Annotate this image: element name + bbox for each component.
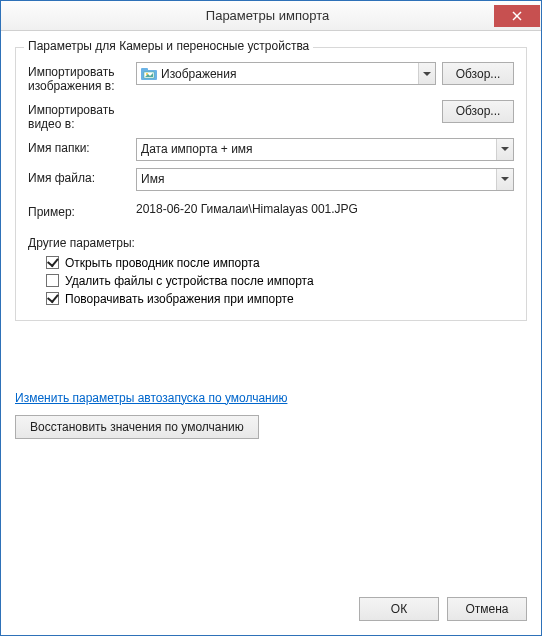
close-button[interactable] (494, 5, 540, 27)
ok-button[interactable]: ОК (359, 597, 439, 621)
label-file-name: Имя файла: (28, 168, 136, 185)
combo-folder-text: Дата импорта + имя (141, 142, 496, 156)
combo-images-text: Изображения (161, 67, 418, 81)
label-example: Пример: (28, 202, 136, 219)
row-file-name: Имя файла: Имя (28, 168, 514, 192)
row-video-to: Импортировать видео в: Обзор... (28, 100, 514, 132)
label-folder-name: Имя папки: (28, 138, 136, 155)
checkbox-delete-files[interactable] (46, 274, 59, 287)
groupbox-title: Параметры для Камеры и переносные устрой… (24, 39, 313, 53)
svg-rect-3 (141, 68, 148, 72)
check-delete-files: Удалить файлы с устройства после импорта (46, 274, 514, 288)
chevron-down-icon (496, 169, 513, 190)
checkbox-open-explorer[interactable] (46, 256, 59, 269)
window-title: Параметры импорта (1, 8, 494, 23)
checkbox-delete-files-label: Удалить файлы с устройства после импорта (65, 274, 314, 288)
combo-file-name[interactable]: Имя (136, 168, 514, 191)
check-rotate-images: Поворачивать изображения при импорте (46, 292, 514, 306)
import-settings-window: Параметры импорта Параметры для Камеры и… (0, 0, 542, 636)
bottom-area: Изменить параметры автозапуска по умолча… (15, 321, 527, 577)
folder-icon (141, 67, 157, 81)
restore-defaults-button[interactable]: Восстановить значения по умолчанию (15, 415, 259, 439)
row-example: Пример: 2018-06-20 Гималаи\Himalayas 001… (28, 202, 514, 226)
content-area: Параметры для Камеры и переносные устрой… (1, 31, 541, 587)
other-params: Другие параметры: Открыть проводник посл… (28, 236, 514, 306)
browse-video-button[interactable]: Обзор... (442, 100, 514, 123)
cancel-button[interactable]: Отмена (447, 597, 527, 621)
example-text: 2018-06-20 Гималаи\Himalayas 001.JPG (136, 202, 358, 216)
combo-images-to[interactable]: Изображения (136, 62, 436, 85)
combo-file-text: Имя (141, 172, 496, 186)
row-images-to: Импортировать изображения в: Изображения… (28, 62, 514, 94)
chevron-down-icon (418, 63, 435, 84)
check-open-explorer: Открыть проводник после импорта (46, 256, 514, 270)
titlebar: Параметры импорта (1, 1, 541, 31)
combo-folder-name[interactable]: Дата импорта + имя (136, 138, 514, 161)
label-video-to: Импортировать видео в: (28, 100, 136, 132)
checkbox-open-explorer-label: Открыть проводник после импорта (65, 256, 260, 270)
settings-groupbox: Параметры для Камеры и переносные устрой… (15, 47, 527, 321)
checkbox-rotate-images[interactable] (46, 292, 59, 305)
browse-images-button[interactable]: Обзор... (442, 62, 514, 85)
autoplay-link[interactable]: Изменить параметры автозапуска по умолча… (15, 391, 287, 405)
other-params-title: Другие параметры: (28, 236, 514, 250)
label-images-to: Импортировать изображения в: (28, 62, 136, 94)
chevron-down-icon (496, 139, 513, 160)
row-folder-name: Имя папки: Дата импорта + имя (28, 138, 514, 162)
footer: ОК Отмена (1, 587, 541, 635)
checkbox-rotate-images-label: Поворачивать изображения при импорте (65, 292, 294, 306)
